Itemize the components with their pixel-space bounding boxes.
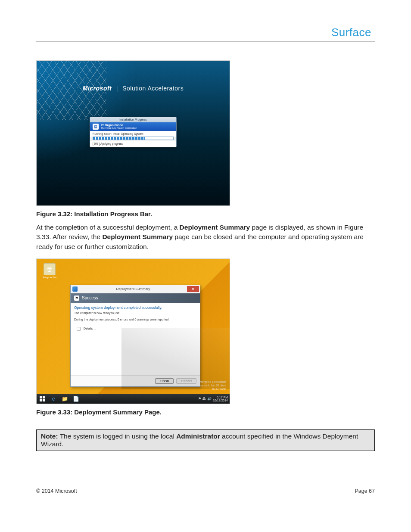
cancel-button: Cancel — [176, 378, 196, 384]
dialog-button-row: Finish Cancel — [71, 375, 200, 386]
app-icon — [72, 286, 78, 292]
note-box: Note: The system is logged in using the … — [36, 429, 375, 451]
dialog-titlebar: Deployment Summary ✕ — [71, 285, 200, 293]
org-name: IT Organization — [101, 124, 137, 127]
ready-text: The computer is now ready to use. — [74, 311, 196, 314]
flag-tray-icon[interactable]: ⚑ — [198, 397, 201, 401]
note-text: The system is logged in using the local — [58, 432, 177, 440]
figure2-caption: Figure 3.33: Deployment Summary Page. — [36, 408, 375, 416]
success-headline: Operating system deployment completed su… — [74, 305, 196, 310]
figure1-caption: Figure 3.32: Installation Progress Bar. — [36, 210, 375, 218]
desktop-watermark: Windows 8.1 Enterprise Evaluation Window… — [179, 380, 226, 392]
mdt-screenshot: Microsoft | Solution Accelerators Instal… — [37, 61, 230, 205]
flag-icon: ⚑ — [74, 296, 79, 301]
figure-deployment-summary: Recycle Bin Deployment Summary ✕ ⚑ Succe… — [36, 258, 230, 404]
para-text: At the completion of a successful deploy… — [36, 224, 180, 231]
solution-accelerators-text: Solution Accelerators — [122, 85, 184, 92]
progress-bar — [93, 137, 174, 140]
watermark-line3: Build 9600 — [179, 388, 226, 392]
para-bold-2: Deployment Summary — [102, 233, 173, 240]
start-button[interactable] — [37, 394, 48, 404]
clock-date: 10/13/2014 — [213, 399, 228, 402]
ie-taskbar-button[interactable]: e — [48, 394, 59, 404]
dialog-title: Deployment Summary — [79, 287, 187, 291]
taskbar-clock[interactable]: 6:17 PM 10/13/2014 — [213, 396, 228, 402]
close-button[interactable]: ✕ — [187, 286, 199, 292]
details-checkbox[interactable] — [77, 327, 81, 331]
document-page: Surface Microsoft | Solution Accelerator… — [0, 0, 411, 532]
clock-time: 6:17 PM — [213, 396, 228, 399]
progress-status-text: [ 0% ] Applying progress — [90, 141, 176, 147]
recycle-bin-icon[interactable]: Recycle Bin — [41, 263, 58, 279]
header-brand: Surface — [331, 26, 371, 39]
details-toggle[interactable]: Details ... — [74, 327, 96, 330]
panel-org-row: 🖥 IT Organization Running: Lite Touch In… — [90, 122, 176, 131]
details-label: Details ... — [84, 327, 96, 330]
dialog-body: Operating system deployment completed su… — [71, 303, 200, 375]
note-label: Note: — [41, 432, 58, 440]
win8-desktop: Recycle Bin Deployment Summary ✕ ⚑ Succe… — [37, 259, 230, 404]
running-action-text: Running action: Install Operating System — [90, 131, 176, 137]
errors-warnings-text: During the deployment process, 0 errors … — [74, 318, 196, 321]
trash-icon — [44, 263, 56, 275]
system-tray: ⚑ 🖧 🔊 6:17 PM 10/13/2014 — [198, 396, 230, 402]
figure-installation-progress: Microsoft | Solution Accelerators Instal… — [36, 60, 230, 206]
panel-title: Installation Progress — [90, 117, 176, 122]
note-bold: Administrator — [176, 432, 220, 440]
page-number: Page 67 — [355, 488, 375, 494]
running-text: Running: Lite Touch Installation — [101, 127, 137, 129]
app-taskbar-button[interactable]: 📄 — [70, 394, 81, 404]
success-label: Success — [82, 296, 98, 300]
header-rule — [36, 41, 375, 42]
file-explorer-taskbar-button[interactable]: 📁 — [59, 394, 70, 404]
microsoft-logo-text: Microsoft — [83, 85, 112, 92]
windows-logo-icon — [40, 396, 45, 401]
mdt-brand: Microsoft | Solution Accelerators — [37, 85, 230, 92]
page-content: Microsoft | Solution Accelerators Instal… — [36, 60, 375, 451]
para-bold-1: Deployment Summary — [180, 224, 250, 231]
recycle-bin-label: Recycle Bin — [41, 276, 58, 279]
computer-icon: 🖥 — [93, 124, 99, 130]
brand-separator: | — [116, 85, 118, 92]
watermark-line2: Windows License valid for 90 days — [179, 384, 226, 388]
network-tray-icon[interactable]: 🖧 — [202, 397, 206, 401]
deployment-summary-dialog: Deployment Summary ✕ ⚑ Success Operating… — [70, 285, 200, 387]
volume-tray-icon[interactable]: 🔊 — [207, 397, 212, 401]
copyright-text: © 2014 Microsoft — [36, 488, 77, 494]
watermark-line1: Windows 8.1 Enterprise Evaluation — [179, 380, 226, 384]
body-paragraph: At the completion of a successful deploy… — [36, 223, 375, 252]
page-footer: © 2014 Microsoft Page 67 — [36, 488, 375, 494]
success-banner: ⚑ Success — [71, 293, 200, 303]
install-progress-panel: Installation Progress 🖥 IT Organization … — [90, 117, 177, 147]
finish-button[interactable]: Finish — [155, 378, 174, 384]
taskbar: e 📁 📄 ⚑ 🖧 🔊 6:17 PM 10/13/2014 — [37, 394, 230, 404]
